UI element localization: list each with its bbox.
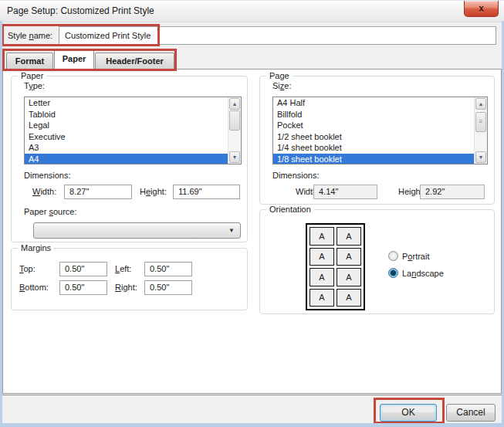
orientation-preview: A A A A A A A A xyxy=(306,223,365,310)
orientation-preview-cell: A xyxy=(310,227,334,246)
page-width-field: 4.14" xyxy=(313,185,377,199)
paper-type-option[interactable]: Executive xyxy=(25,131,228,143)
orientation-preview-cell: A xyxy=(337,248,361,266)
radio-unchecked-icon xyxy=(388,251,398,261)
paper-width-field[interactable]: 8.27" xyxy=(64,185,132,199)
paper-source-label: Paper source: xyxy=(24,207,77,216)
orientation-group-title: Orientation xyxy=(266,205,314,214)
paper-type-option-selected[interactable]: A4 xyxy=(25,154,228,164)
page-size-option[interactable]: A4 Half xyxy=(273,97,474,109)
scrollbar-thumb[interactable] xyxy=(229,110,240,130)
close-button[interactable]: x xyxy=(464,1,499,17)
scrollbar-grip-icon: ≡ xyxy=(479,120,483,124)
margins-group: Margins Top: 0.50" Left: 0.50" Bottom: 0… xyxy=(11,248,248,310)
page-size-option[interactable]: Billfold xyxy=(273,109,474,120)
orientation-preview-cell: A xyxy=(310,289,334,307)
tab-paper[interactable]: Paper xyxy=(54,49,94,69)
tab-format[interactable]: Format xyxy=(6,53,53,69)
page-size-option-selected[interactable]: 1/8 sheet booklet xyxy=(273,154,474,164)
margin-left-field[interactable]: 0.50" xyxy=(144,262,192,276)
margin-right-field[interactable]: 0.50" xyxy=(144,280,192,295)
margin-bottom-field[interactable]: 0.50" xyxy=(59,280,107,295)
margin-top-field[interactable]: 0.50" xyxy=(59,262,107,276)
radio-checked-icon xyxy=(388,268,398,278)
footer-bar: OK Cancel xyxy=(0,395,504,424)
page-size-option[interactable]: 1/4 sheet booklet xyxy=(273,142,474,154)
scrollbar-thumb[interactable]: ≡ xyxy=(475,112,486,132)
portrait-radio[interactable]: Portrait xyxy=(388,251,429,261)
close-icon: x xyxy=(479,3,484,14)
page-group-title: Page xyxy=(266,71,293,80)
paper-group-title: Paper xyxy=(18,71,46,80)
scroll-down-icon[interactable]: ▼ xyxy=(229,151,240,163)
portrait-label: Portrait xyxy=(402,252,429,261)
orientation-group: Orientation A A A A A A A A Portrait Lan… xyxy=(259,209,495,314)
page-list-scrollbar[interactable]: ▲ ≡ ▼ xyxy=(474,97,487,164)
paper-list-scrollbar[interactable]: ▲ ▼ xyxy=(228,97,241,164)
margin-bottom-label: Bottom: xyxy=(19,283,49,292)
margin-top-label: Top: xyxy=(19,264,36,273)
tab-header-footer[interactable]: Header/Footer xyxy=(95,53,174,69)
orientation-preview-cell: A xyxy=(337,289,361,307)
paper-type-option[interactable]: Legal xyxy=(25,120,228,131)
scroll-up-icon[interactable]: ▲ xyxy=(475,98,486,110)
window-title: Page Setup: Customized Print Style xyxy=(7,1,154,21)
paper-type-option[interactable]: Letter xyxy=(25,97,228,109)
page-dimensions-label: Dimensions: xyxy=(272,171,320,180)
page-height-field: 2.92" xyxy=(420,185,485,199)
page-setup-dialog: Page Setup: Customized Print Style x Sty… xyxy=(0,0,504,427)
page-size-option[interactable]: Pocket xyxy=(273,120,474,131)
scroll-up-icon[interactable]: ▲ xyxy=(229,98,240,110)
paper-type-option[interactable]: A3 xyxy=(25,142,228,154)
paper-width-label: Width: xyxy=(32,187,56,196)
landscape-radio[interactable]: Landscape xyxy=(388,268,444,278)
orientation-preview-cell: A xyxy=(310,268,334,286)
dropdown-arrow-icon: ▼ xyxy=(228,223,235,238)
page-group: Page Size: A4 Half Billfold Pocket 1/2 s… xyxy=(259,76,495,205)
scroll-down-icon[interactable]: ▼ xyxy=(475,151,486,163)
paper-type-label: Type: xyxy=(24,81,45,90)
margin-right-label: Right: xyxy=(115,283,137,292)
margins-group-title: Margins xyxy=(18,243,54,252)
page-size-label: Size: xyxy=(272,81,291,90)
style-name-label: Style name: xyxy=(8,22,52,49)
paper-type-list[interactable]: Letter Tabloid Legal Executive A3 A4 ▲ ▼ xyxy=(24,97,242,164)
orientation-preview-cell: A xyxy=(337,268,361,286)
orientation-preview-cell: A xyxy=(310,248,334,266)
page-size-option[interactable]: 1/2 sheet booklet xyxy=(273,131,474,143)
style-name-row: Style name: xyxy=(0,22,504,49)
paper-type-option[interactable]: Tabloid xyxy=(25,109,228,120)
paper-source-dropdown[interactable]: ▼ xyxy=(33,222,241,239)
window-border-left xyxy=(0,21,2,427)
margin-left-label: Left: xyxy=(115,264,131,273)
paper-group: Paper Type: Letter Tabloid Legal Executi… xyxy=(11,76,248,242)
cancel-button[interactable]: Cancel xyxy=(446,404,496,422)
ok-button[interactable]: OK xyxy=(380,404,437,422)
style-name-input[interactable] xyxy=(59,26,496,45)
paper-height-label: Height: xyxy=(140,187,167,196)
orientation-preview-cell: A xyxy=(337,227,361,246)
landscape-label: Landscape xyxy=(402,269,444,278)
title-bar: Page Setup: Customized Print Style x xyxy=(0,1,504,22)
paper-dimensions-label: Dimensions: xyxy=(24,171,71,180)
window-border-bottom xyxy=(0,423,504,427)
paper-height-field[interactable]: 11.69" xyxy=(173,185,240,199)
page-size-list[interactable]: A4 Half Billfold Pocket 1/2 sheet bookle… xyxy=(272,97,488,164)
